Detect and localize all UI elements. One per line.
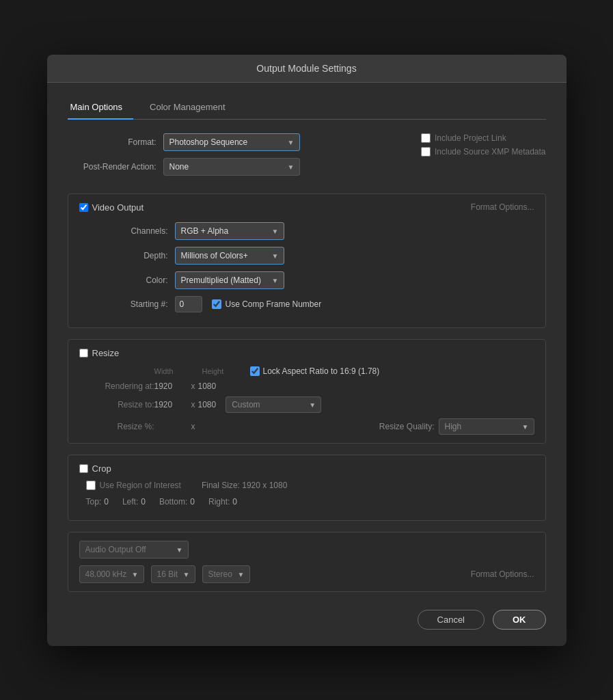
include-project-link-label: Include Project Link [435, 133, 506, 143]
channels-label: Channels: [79, 226, 175, 236]
crop-label: Crop [92, 463, 111, 474]
crop-header: Crop [79, 463, 534, 474]
crop-right: Right: 0 [208, 497, 237, 507]
resize-pct-x: x [191, 422, 195, 431]
resize-to-w: 1920 [154, 400, 189, 409]
depth-select[interactable]: Millions of Colors+ [175, 247, 284, 265]
tab-bar: Main Options Color Management [68, 96, 546, 120]
resize-preset-wrap: Custom ▼ [226, 396, 321, 413]
ok-button[interactable]: OK [493, 610, 546, 630]
right-label: Right: [208, 497, 230, 507]
lock-aspect-wrap[interactable]: Lock Aspect Ratio to 16:9 (1.78) [250, 366, 380, 376]
resize-to-label: Resize to: [86, 400, 154, 409]
use-roi-label: Use Region of Interest [100, 481, 181, 490]
post-render-label: Post-Render Action: [68, 162, 163, 172]
left-label: Left: [122, 497, 138, 507]
resize-section: Resize Width Height Lock Aspect Ratio to… [68, 339, 546, 444]
format-select-wrap: Photoshop Sequence ▼ [163, 133, 300, 151]
col-width-header: Width [154, 367, 202, 375]
audio-stereo-wrap: Stereo ▼ [202, 565, 250, 583]
format-section: Format: Photoshop Sequence ▼ Post-Render… [68, 133, 546, 183]
right-checkboxes: Include Project Link Include Source XMP … [421, 133, 546, 157]
button-row: Cancel OK [68, 603, 546, 632]
channels-row: Channels: RGB + Alpha ▼ [79, 222, 534, 240]
audio-output-select[interactable]: Audio Output Off [79, 541, 189, 558]
resize-to-h: 1080 [198, 400, 217, 409]
resize-to-x: x [191, 400, 195, 409]
starting-label: Starting #: [79, 299, 175, 309]
resize-quality-select[interactable]: High [439, 418, 534, 435]
color-select[interactable]: Premultiplied (Matted) [175, 271, 284, 289]
format-label: Format: [68, 137, 163, 147]
bottom-val: 0 [190, 497, 195, 507]
use-comp-frame-checkbox[interactable] [212, 299, 221, 309]
video-output-section: Video Output Format Options... Channels:… [68, 193, 546, 328]
resize-quality-label: Resize Quality: [379, 422, 435, 431]
use-comp-frame-label: Use Comp Frame Number [226, 299, 322, 309]
audio-format-options-link[interactable]: Format Options... [471, 569, 534, 579]
format-select[interactable]: Photoshop Sequence [163, 133, 300, 151]
audio-stereo-select[interactable]: Stereo [202, 565, 250, 583]
depth-row: Depth: Millions of Colors+ ▼ [79, 247, 534, 265]
include-source-xmp-checkbox[interactable] [421, 147, 431, 157]
audio-section: Audio Output Off ▼ 48.000 kHz ▼ 16 Bit ▼ [68, 532, 546, 592]
audio-sub-row: 48.000 kHz ▼ 16 Bit ▼ Stereo ▼ Format [79, 565, 534, 583]
post-render-row: Post-Render Action: None ▼ [68, 158, 387, 176]
use-roi-wrap[interactable]: Use Region of Interest [86, 481, 181, 490]
final-size: Final Size: 1920 x 1080 [202, 481, 287, 490]
use-comp-frame-wrap[interactable]: Use Comp Frame Number [212, 299, 322, 309]
rendering-at-label: Rendering at: [86, 381, 154, 391]
depth-label: Depth: [79, 251, 175, 260]
cancel-button[interactable]: Cancel [418, 610, 485, 630]
audio-bit-wrap: 16 Bit ▼ [151, 565, 195, 583]
depth-select-wrap: Millions of Colors+ ▼ [175, 247, 284, 265]
tab-main-options[interactable]: Main Options [68, 96, 134, 119]
starting-input[interactable] [175, 296, 202, 312]
include-source-xmp-wrap[interactable]: Include Source XMP Metadata [421, 147, 546, 157]
audio-khz-select[interactable]: 48.000 kHz [79, 565, 144, 583]
audio-bit-select[interactable]: 16 Bit [151, 565, 195, 583]
crop-left: Left: 0 [122, 497, 146, 507]
lock-aspect-checkbox[interactable] [250, 366, 260, 376]
resize-quality-wrap: High ▼ [439, 418, 534, 435]
color-row: Color: Premultiplied (Matted) ▼ [79, 271, 534, 289]
channels-select[interactable]: RGB + Alpha [175, 222, 284, 240]
bottom-label: Bottom: [159, 497, 187, 507]
channels-select-wrap: RGB + Alpha ▼ [175, 222, 284, 240]
crop-bottom: Bottom: 0 [159, 497, 195, 507]
resize-pct-label: Resize %: [86, 422, 154, 431]
video-output-checkbox[interactable] [79, 203, 88, 212]
tab-color-management[interactable]: Color Management [147, 96, 236, 119]
audio-output-wrap: Audio Output Off ▼ [79, 541, 189, 558]
video-output-label: Video Output [92, 202, 144, 213]
left-val: 0 [141, 497, 146, 507]
resize-header: Resize [79, 348, 534, 358]
include-source-xmp-label: Include Source XMP Metadata [435, 147, 546, 157]
output-module-settings-dialog: Output Module Settings Main Options Colo… [47, 55, 567, 646]
crop-checkbox[interactable] [79, 464, 88, 473]
col-height-header: Height [202, 367, 250, 375]
top-label: Top: [86, 497, 102, 507]
crop-section: Crop Use Region of Interest Final Size: … [68, 455, 546, 521]
format-options-link[interactable]: Format Options... [471, 202, 534, 212]
resize-preset-select[interactable]: Custom [226, 396, 321, 413]
rendering-w: 1920 [154, 381, 189, 391]
rendering-x: x [191, 381, 195, 391]
crop-values-row: Top: 0 Left: 0 Bottom: 0 Right: 0 [79, 497, 534, 507]
use-roi-checkbox[interactable] [86, 481, 96, 490]
include-project-link-wrap[interactable]: Include Project Link [421, 133, 546, 143]
audio-khz-wrap: 48.000 kHz ▼ [79, 565, 144, 583]
rendering-h: 1080 [198, 381, 217, 391]
color-select-wrap: Premultiplied (Matted) ▼ [175, 271, 284, 289]
post-render-select-wrap: None ▼ [163, 158, 300, 176]
video-output-header: Video Output Format Options... [79, 202, 534, 213]
dialog-title: Output Module Settings [47, 55, 567, 83]
audio-output-row: Audio Output Off ▼ [79, 541, 534, 558]
resize-checkbox[interactable] [79, 349, 88, 358]
right-val: 0 [232, 497, 237, 507]
color-label: Color: [79, 275, 175, 285]
top-val: 0 [104, 497, 109, 507]
crop-top: Top: 0 [86, 497, 109, 507]
post-render-select[interactable]: None [163, 158, 300, 176]
include-project-link-checkbox[interactable] [421, 133, 431, 143]
